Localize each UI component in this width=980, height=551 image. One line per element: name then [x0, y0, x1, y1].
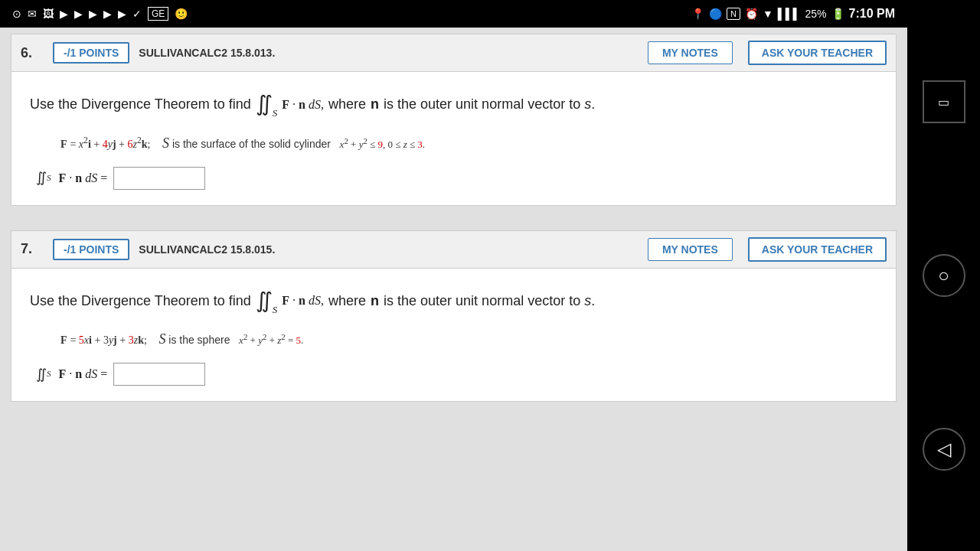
problem-6-answer-row: ∬S F · n dS =	[36, 167, 877, 190]
android-square-button[interactable]: ▭	[923, 80, 965, 123]
problem-6-body: Use the Divergence Theorem to find ∬S F …	[11, 72, 896, 205]
android-home-button[interactable]: ○	[923, 254, 965, 297]
outer-text-7: is the outer unit normal vector to s.	[384, 290, 595, 312]
problems-scroll-area: 6. -/1 POINTS SULLIVANCALC2 15.8.013. MY…	[0, 28, 907, 551]
time-display: 7:10 PM	[849, 7, 895, 21]
integral-expr-6: F · n dS,	[282, 95, 324, 115]
check-icon: ✓	[132, 8, 142, 20]
problem-6-number: 6.	[21, 45, 44, 61]
divergence-text-7: Use the Divergence Theorem to find	[30, 290, 251, 312]
android-back-button[interactable]: ◁	[923, 428, 965, 471]
problem-7-number: 7.	[21, 241, 44, 257]
image-icon: 🖼	[43, 8, 54, 20]
problem-7-answer-input[interactable]	[113, 363, 205, 386]
location-icon: 📍	[691, 8, 704, 20]
bold-n-6: n	[371, 93, 379, 116]
problem-gap	[5, 212, 903, 224]
problem-6-points-button[interactable]: -/1 POINTS	[53, 42, 129, 64]
problem-7-my-notes-button[interactable]: MY NOTES	[648, 238, 733, 261]
problem-7-points-button[interactable]: -/1 POINTS	[53, 239, 129, 260]
right-sidebar: ▭ ○ ◁	[907, 0, 980, 551]
video-icon-3: ▶	[89, 8, 97, 20]
problem-7-ask-teacher-button[interactable]: ASK YOUR TEACHER	[748, 237, 887, 262]
status-icons-right: 📍 🔵 N ⏰ ▼ ▌▌▌ 25% 🔋 7:10 PM	[691, 7, 895, 21]
problem-6-code: SULLIVANCALC2 15.8.013.	[139, 47, 639, 59]
problem-7-header: 7. -/1 POINTS SULLIVANCALC2 15.8.015. MY…	[11, 231, 896, 269]
problem-6-my-notes-button[interactable]: MY NOTES	[648, 41, 733, 64]
problem-7-container: 7. -/1 POINTS SULLIVANCALC2 15.8.015. MY…	[11, 230, 897, 403]
square-icon: ▭	[938, 95, 949, 109]
video-icon-4: ▶	[103, 8, 112, 20]
signal-icon: ▌▌▌	[778, 8, 801, 20]
video-icon-1: ▶	[60, 8, 68, 20]
video-icon-5: ▶	[118, 8, 126, 20]
camera-icon: ⊙	[12, 8, 21, 20]
outer-text-6: is the outer unit normal vector to s.	[384, 93, 595, 116]
bluetooth-icon: 🔵	[709, 8, 722, 20]
where-text-6: where	[328, 93, 366, 116]
problem-7-answer-row: ∬S F · n dS =	[36, 363, 877, 386]
divergence-text-6: Use the Divergence Theorem to find	[30, 93, 251, 116]
where-text-7: where	[328, 290, 366, 312]
integral-symbol-7: ∬S	[256, 284, 278, 318]
problem-6-text: Use the Divergence Theorem to find ∬S F …	[30, 87, 877, 122]
bold-n-7: n	[371, 290, 379, 312]
battery-percent: 25%	[805, 8, 827, 20]
wifi-icon: ▼	[763, 8, 773, 20]
integral-symbol-6: ∬S	[256, 87, 278, 122]
status-icons-left: ⊙ ✉ 🖼 ▶ ▶ ▶ ▶ ▶ ✓ GE 🙂	[12, 7, 188, 21]
problem-7-fn-label: F · n dS =	[59, 364, 108, 384]
problem-6-container: 6. -/1 POINTS SULLIVANCALC2 15.8.013. MY…	[11, 34, 897, 206]
alarm-icon: ⏰	[745, 8, 758, 20]
problem-7-body: Use the Divergence Theorem to find ∬S F …	[11, 269, 896, 402]
problem-7-integral-label: ∬S	[36, 364, 51, 386]
problem-6-field: F = x2i + 4yj + 6z2k; S is the surface o…	[60, 132, 877, 155]
problem-6-integral-label: ∬S	[36, 167, 51, 189]
gmail-icon: ✉	[28, 8, 37, 20]
problem-7-text: Use the Divergence Theorem to find ∬S F …	[30, 284, 877, 318]
problem-6-answer-input[interactable]	[113, 167, 205, 190]
video-icon-2: ▶	[74, 8, 83, 20]
emoji-icon: 🙂	[175, 8, 188, 20]
battery-icon: 🔋	[831, 8, 844, 20]
problem-6-header: 6. -/1 POINTS SULLIVANCALC2 15.8.013. MY…	[11, 34, 896, 72]
back-icon: ◁	[937, 439, 951, 460]
status-bar: ⊙ ✉ 🖼 ▶ ▶ ▶ ▶ ▶ ✓ GE 🙂 📍 🔵 N ⏰ ▼ ▌▌▌ 25%	[0, 0, 907, 28]
problem-6-fn-label: F · n dS =	[59, 168, 108, 188]
problem-6-ask-teacher-button[interactable]: ASK YOUR TEACHER	[748, 41, 887, 65]
problem-7-field: F = 5xi + 3yj + 3zk; S is the sphere x2 …	[60, 328, 877, 350]
ge-icon: GE	[148, 7, 168, 21]
problem-7-code: SULLIVANCALC2 15.8.015.	[139, 243, 639, 256]
nfc-icon: N	[727, 8, 740, 20]
circle-icon: ○	[938, 265, 949, 286]
integral-expr-7: F · n dS,	[282, 291, 324, 311]
